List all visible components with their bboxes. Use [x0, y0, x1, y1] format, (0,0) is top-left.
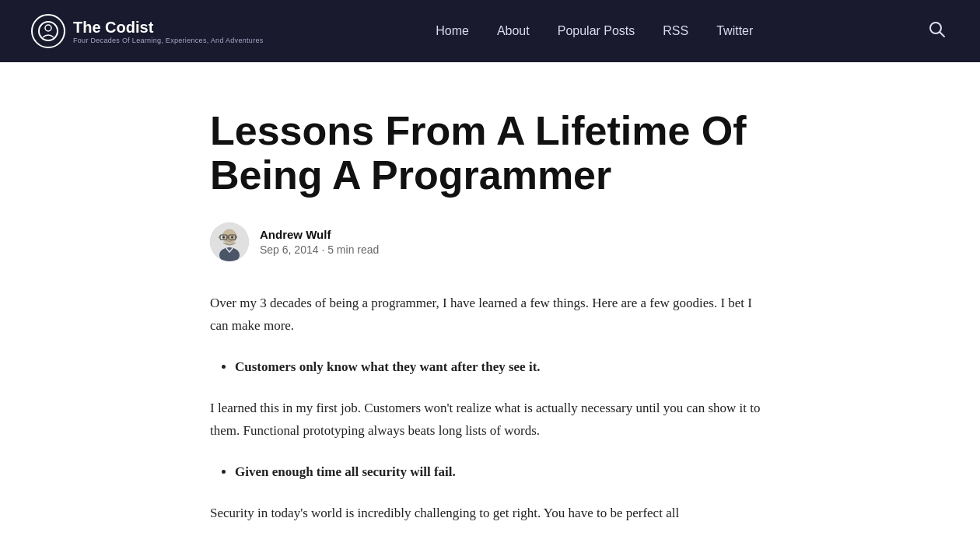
nav-rss[interactable]: RSS: [663, 24, 688, 38]
bullet-list-2: Given enough time all security will fail…: [210, 461, 770, 484]
article-read-time: 5 min read: [327, 243, 379, 256]
header-right: [926, 18, 949, 45]
article-meta: Sep 6, 2014 · 5 min read: [260, 243, 379, 256]
logo-icon: [31, 14, 65, 48]
bullet-list: Customers only know what they want after…: [210, 356, 770, 379]
logo-title: The Codist: [73, 18, 264, 37]
site-header: The Codist Four Decades Of Learning, Exp…: [0, 0, 980, 62]
nav-twitter[interactable]: Twitter: [716, 24, 753, 38]
svg-point-12: [231, 236, 233, 239]
article-date: Sep 6, 2014: [260, 243, 319, 256]
intro-paragraph: Over my 3 decades of being a programmer,…: [210, 292, 770, 338]
author-info: Andrew Wulf Sep 6, 2014 · 5 min read: [260, 228, 379, 256]
paragraph-3: Security in today's world is incredibly …: [210, 502, 770, 525]
search-button[interactable]: [926, 18, 949, 45]
author-section: Andrew Wulf Sep 6, 2014 · 5 min read: [210, 222, 770, 261]
svg-point-11: [222, 236, 225, 239]
svg-line-3: [940, 32, 945, 37]
logo[interactable]: The Codist Four Decades Of Learning, Exp…: [31, 14, 264, 48]
nav-home[interactable]: Home: [436, 24, 469, 38]
article-body: Over my 3 decades of being a programmer,…: [210, 292, 770, 524]
list-item-2: Given enough time all security will fail…: [235, 461, 770, 484]
svg-point-1: [45, 25, 51, 31]
nav-about[interactable]: About: [497, 24, 530, 38]
list-item: Customers only know what they want after…: [235, 356, 770, 379]
logo-subtitle: Four Decades Of Learning, Experiences, A…: [73, 37, 264, 45]
logo-text: The Codist Four Decades Of Learning, Exp…: [73, 18, 264, 45]
main-content: Lessons From A Lifetime Of Being A Progr…: [194, 62, 786, 560]
paragraph-2: I learned this in my first job. Customer…: [210, 397, 770, 443]
main-nav: Home About Popular Posts RSS Twitter: [436, 24, 753, 38]
author-name: Andrew Wulf: [260, 228, 379, 241]
nav-popular-posts[interactable]: Popular Posts: [558, 24, 635, 38]
article-title: Lessons From A Lifetime Of Being A Progr…: [210, 109, 770, 198]
avatar: [210, 222, 249, 261]
